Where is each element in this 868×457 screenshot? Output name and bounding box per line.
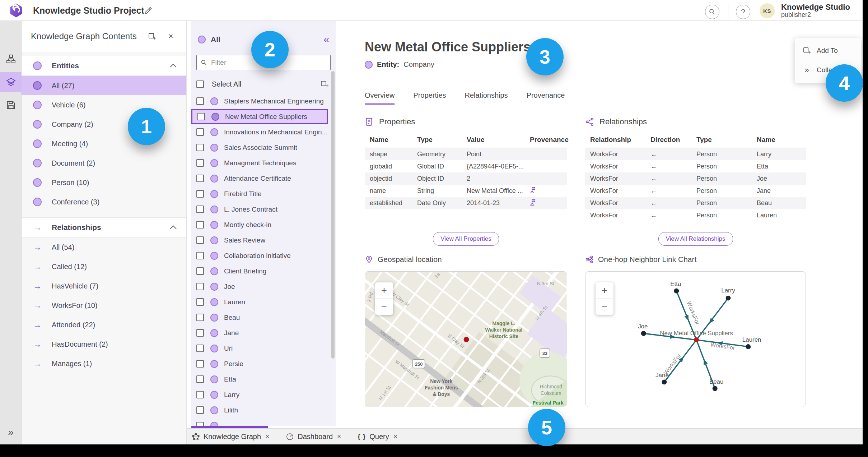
relationships-section-header[interactable]: → Relationships bbox=[22, 217, 186, 237]
item-checkbox[interactable] bbox=[196, 345, 204, 352]
item-checkbox[interactable] bbox=[196, 97, 204, 105]
relationship-link[interactable]: WorksFor bbox=[585, 160, 645, 173]
contents-rail-button[interactable] bbox=[0, 72, 22, 92]
related-entity-link[interactable]: Larry bbox=[752, 148, 806, 161]
map-card[interactable]: W Clay St Sa Marshall St W Marshall St E… bbox=[365, 271, 567, 407]
item-checkbox[interactable] bbox=[196, 422, 204, 426]
entity-instance-item[interactable]: Client Briefing bbox=[191, 263, 328, 279]
item-checkbox[interactable] bbox=[196, 159, 204, 167]
item-checkbox[interactable] bbox=[196, 360, 204, 368]
save-rail-button[interactable] bbox=[0, 95, 22, 115]
detail-tab[interactable]: Provenance bbox=[527, 91, 565, 105]
related-entity-link[interactable]: Lauren bbox=[752, 209, 806, 222]
link-chart-canvas[interactable]: WorksFor WorksFor WorksFor Etta Larry J bbox=[585, 272, 806, 407]
zoom-out-button[interactable]: − bbox=[596, 299, 613, 315]
item-checkbox[interactable] bbox=[196, 375, 204, 383]
user-avatar[interactable]: KS bbox=[760, 3, 775, 18]
relationship-link[interactable]: WorksFor bbox=[585, 209, 645, 222]
center-graph-node[interactable] bbox=[694, 337, 699, 342]
tab-query[interactable]: { } Query × bbox=[358, 433, 397, 441]
item-checkbox[interactable] bbox=[196, 329, 204, 337]
item-checkbox[interactable] bbox=[197, 113, 205, 120]
zoom-in-button[interactable]: + bbox=[596, 282, 613, 299]
relationship-category-item[interactable]: → Called (12) bbox=[22, 257, 186, 276]
entity-instance-item[interactable]: Jane bbox=[191, 325, 328, 341]
entity-instance-item[interactable]: Lauren bbox=[191, 294, 328, 310]
collapse-panel-icon[interactable]: « bbox=[323, 34, 329, 45]
item-checkbox[interactable] bbox=[196, 221, 204, 228]
entity-instance-item[interactable]: New Metal Office Suppliers bbox=[191, 109, 328, 124]
entity-instance-item[interactable]: L. Jones Contract bbox=[191, 202, 328, 217]
relationship-link[interactable]: WorksFor bbox=[585, 148, 645, 161]
item-checkbox[interactable] bbox=[196, 298, 204, 306]
view-all-relationships-button[interactable]: View All Relationships bbox=[658, 232, 733, 246]
related-entity-link[interactable]: Jane bbox=[752, 185, 806, 197]
close-panel-button[interactable]: × bbox=[165, 30, 177, 42]
item-checkbox[interactable] bbox=[196, 175, 204, 182]
related-entity-link[interactable]: Joe bbox=[752, 172, 806, 185]
link-chart-card[interactable]: WorksFor WorksFor WorksFor Etta Larry J bbox=[585, 271, 806, 407]
relationship-category-item[interactable]: → HasDocument (2) bbox=[22, 334, 186, 354]
graph-node[interactable] bbox=[726, 296, 731, 301]
entity-instance-item[interactable]: Larry bbox=[191, 387, 328, 402]
item-checkbox[interactable] bbox=[196, 267, 204, 275]
select-all-checkbox[interactable] bbox=[196, 80, 204, 88]
entity-instance-item[interactable]: Innovations in Mechanical Engin... bbox=[191, 124, 328, 140]
entity-category-item[interactable]: Conference (3) bbox=[22, 192, 186, 212]
entity-instance-item[interactable]: Lilith bbox=[191, 402, 328, 418]
relationship-category-item[interactable]: → All (54) bbox=[22, 237, 186, 257]
close-tab-icon[interactable]: × bbox=[265, 433, 269, 440]
map-canvas[interactable]: W Clay St Sa Marshall St W Marshall St E… bbox=[365, 272, 567, 407]
entity-instance-item[interactable]: Persie bbox=[191, 356, 328, 371]
entity-instance-item[interactable]: Collaboration initiative bbox=[191, 248, 328, 263]
graph-node[interactable] bbox=[641, 331, 646, 336]
relationship-category-item[interactable]: → Manages (1) bbox=[22, 354, 186, 373]
relationship-link[interactable]: WorksFor bbox=[585, 197, 645, 209]
detail-tab[interactable]: Properties bbox=[413, 91, 446, 105]
expand-rail-button[interactable]: » bbox=[0, 426, 22, 438]
entity-category-item[interactable]: Document (2) bbox=[22, 153, 186, 173]
item-checkbox[interactable] bbox=[196, 283, 204, 290]
relationship-category-item[interactable]: → WorksFor (10) bbox=[22, 296, 186, 315]
relationship-category-item[interactable]: → Attended (22) bbox=[22, 315, 186, 334]
item-checkbox[interactable] bbox=[196, 128, 204, 136]
related-entity-link[interactable]: Etta bbox=[752, 160, 806, 173]
entity-category-item[interactable]: Person (10) bbox=[22, 173, 186, 192]
zoom-out-button[interactable]: − bbox=[375, 299, 393, 315]
entity-instance-item[interactable]: Joe bbox=[191, 279, 328, 294]
item-checkbox[interactable] bbox=[196, 190, 204, 198]
entity-instance-item[interactable]: Uri bbox=[191, 341, 328, 356]
entity-category-item[interactable]: All (27) bbox=[22, 76, 186, 95]
item-checkbox[interactable] bbox=[196, 391, 204, 398]
add-to-map-button[interactable] bbox=[146, 30, 158, 42]
close-tab-icon[interactable]: × bbox=[337, 433, 341, 440]
view-all-properties-button[interactable]: View All Properties bbox=[433, 232, 499, 246]
help-button[interactable]: ? bbox=[736, 5, 750, 19]
entity-instance-item[interactable]: Managment Techniques bbox=[191, 155, 328, 171]
search-button[interactable] bbox=[705, 5, 719, 19]
relationship-link[interactable]: WorksFor bbox=[585, 185, 645, 197]
entity-instance-item[interactable] bbox=[191, 418, 328, 426]
provenance-flag-icon[interactable] bbox=[525, 196, 567, 210]
detail-tab[interactable]: Relationships bbox=[465, 91, 508, 105]
graph-node[interactable] bbox=[674, 288, 679, 294]
entity-instance-item[interactable]: Firebird Title bbox=[191, 186, 328, 202]
entity-category-item[interactable]: Vehicle (6) bbox=[22, 95, 186, 115]
related-entity-link[interactable]: Beau bbox=[752, 197, 806, 209]
item-checkbox[interactable] bbox=[196, 206, 204, 213]
tab-dashboard[interactable]: Dashboard × bbox=[286, 433, 341, 441]
detail-tab[interactable]: Overview bbox=[365, 91, 395, 105]
item-checkbox[interactable] bbox=[196, 236, 204, 244]
entity-instance-item[interactable]: Sales Review bbox=[191, 232, 328, 248]
graph-node[interactable] bbox=[746, 344, 751, 349]
zoom-in-button[interactable]: + bbox=[375, 282, 393, 299]
entity-instance-item[interactable]: Beau bbox=[191, 310, 328, 325]
entity-instance-item[interactable]: Sales Associate Summit bbox=[191, 140, 328, 155]
relationship-link[interactable]: WorksFor bbox=[585, 172, 645, 185]
edit-title-icon[interactable] bbox=[144, 6, 153, 15]
item-checkbox[interactable] bbox=[196, 314, 204, 321]
close-tab-icon[interactable]: × bbox=[393, 433, 397, 440]
add-to-menu-item[interactable]: Add To bbox=[795, 41, 861, 60]
item-checkbox[interactable] bbox=[196, 406, 204, 414]
item-checkbox[interactable] bbox=[196, 252, 204, 259]
